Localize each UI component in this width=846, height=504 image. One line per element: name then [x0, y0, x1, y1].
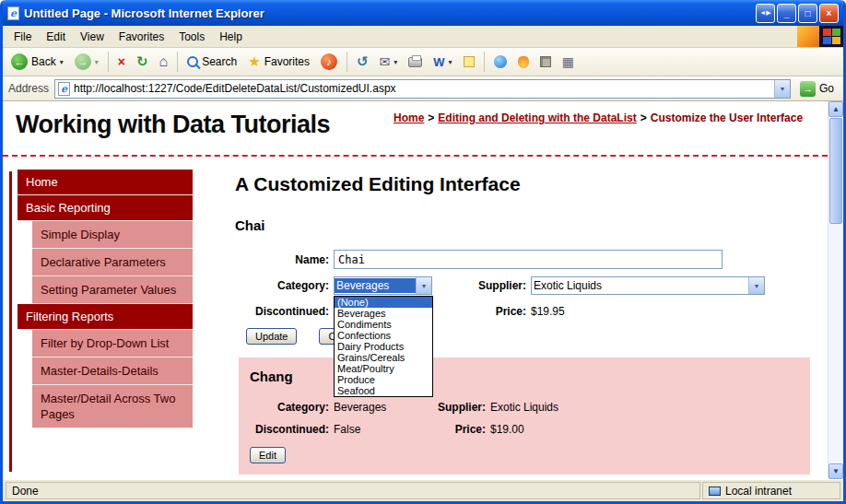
discontinued-label: Discontinued:	[239, 305, 329, 318]
price-value: $19.00	[490, 423, 810, 436]
category-dropdown-list: (None) Beverages Condiments Confections …	[334, 296, 433, 397]
chevron-down-icon[interactable]: ▼	[748, 277, 764, 294]
dropdown-option-dairy-products[interactable]: Dairy Products	[335, 341, 432, 352]
page-content: Working with Data Tutorials Home>Editing…	[3, 101, 828, 479]
breadcrumb-section-link[interactable]: Editing and Deleting with the DataList	[438, 111, 636, 124]
home-button[interactable]: ⌂	[154, 51, 172, 73]
sidebar-item-master-details-details[interactable]: Master-Details-Details	[32, 357, 193, 385]
sidebar-item-basic-reporting[interactable]: Basic Reporting	[18, 195, 193, 221]
discontinued-label: Discontinued:	[250, 423, 329, 436]
maximize-button[interactable]: □	[798, 4, 817, 23]
browser-window: e Untitled Page - Microsoft Internet Exp…	[0, 0, 846, 504]
edit-button[interactable]: Edit	[250, 447, 286, 463]
mail-button[interactable]: ✉ ▾	[375, 52, 403, 72]
messenger-button[interactable]	[489, 53, 511, 71]
sidebar-item-setting-parameter-values[interactable]: Setting Parameter Values	[32, 276, 193, 304]
status-text: Done	[12, 485, 39, 498]
breadcrumb-home-link[interactable]: Home	[394, 111, 424, 124]
supplier-select[interactable]: Exotic Liquids ▼	[531, 276, 765, 295]
menu-favorites[interactable]: Favorites	[112, 27, 171, 47]
supplier-selected-value: Exotic Liquids	[532, 278, 748, 293]
scroll-up-button[interactable]: ▲	[828, 101, 843, 117]
media-button[interactable]: ♪	[316, 51, 342, 73]
tiles-button[interactable]: ▦	[558, 52, 579, 72]
dropdown-option-beverages[interactable]: Beverages	[335, 308, 432, 319]
name-input[interactable]	[334, 250, 723, 269]
word-icon: W	[433, 55, 444, 69]
back-button[interactable]: ← Back ▾	[6, 51, 68, 73]
breadcrumb-separator: >	[428, 111, 434, 124]
discuss-icon	[464, 56, 475, 67]
toolbar-separator	[108, 52, 109, 72]
menu-file[interactable]: File	[6, 27, 39, 47]
forward-icon: →	[75, 53, 91, 70]
stop-button[interactable]: ×	[113, 52, 130, 72]
view-item-panel: Chang Category: Beverages Supplier: Exot…	[239, 357, 810, 475]
name-label: Name:	[239, 253, 329, 266]
category-selected-value: Beverages	[335, 278, 416, 293]
mail-dropdown-icon: ▾	[394, 58, 397, 66]
windows-logo-throbber	[819, 26, 843, 47]
discuss-button[interactable]	[459, 53, 479, 70]
history-icon: ↺	[357, 53, 369, 70]
history-button[interactable]: ↺	[352, 51, 373, 73]
sidebar-item-filtering-reports[interactable]: Filtering Reports	[18, 304, 193, 330]
refresh-button[interactable]: ↻	[132, 51, 153, 73]
go-label: Go	[819, 82, 834, 95]
vertical-scrollbar[interactable]: ▲ ▼	[828, 101, 843, 479]
sites-button[interactable]	[535, 53, 556, 70]
dropdown-option-confections[interactable]: Confections	[335, 330, 432, 341]
dropdown-option-condiments[interactable]: Condiments	[335, 319, 432, 330]
refresh-icon: ↻	[136, 53, 148, 70]
dropdown-option-produce[interactable]: Produce	[335, 374, 432, 385]
edit-item-title: Chai	[235, 217, 821, 233]
scrollbar-track[interactable]	[828, 225, 843, 463]
window-scroll-buttons[interactable]: ◄▶	[756, 4, 775, 23]
close-button[interactable]: ×	[819, 4, 839, 23]
price-label: Price:	[423, 423, 486, 436]
research-button[interactable]	[513, 53, 534, 71]
grid-icon: ▦	[562, 54, 574, 69]
menu-tools[interactable]: Tools	[171, 27, 212, 47]
sidebar-item-declarative-parameters[interactable]: Declarative Parameters	[32, 249, 193, 276]
scrollbar-thumb[interactable]	[829, 118, 842, 224]
edit-form-grid: Name: Category: Beverages ▼ Supplier: Ex…	[239, 250, 821, 321]
supplier-value: Exotic Liquids	[490, 401, 810, 414]
dropdown-option-none[interactable]: (None)	[335, 297, 432, 308]
gold-accent	[797, 26, 819, 47]
dropdown-option-meat-poultry[interactable]: Meat/Poultry	[335, 363, 432, 374]
back-icon: ←	[11, 53, 28, 70]
dropdown-option-grains-cereals[interactable]: Grains/Cereals	[335, 352, 432, 363]
sidebar-item-filter-by-dropdown-list[interactable]: Filter by Drop-Down List	[32, 330, 193, 357]
building-icon	[540, 56, 551, 67]
sidebar-item-simple-display[interactable]: Simple Display	[32, 221, 193, 249]
address-dropdown-button[interactable]: ▼	[774, 80, 790, 98]
address-input[interactable]	[74, 81, 770, 97]
view-buttons-row: Edit	[250, 447, 810, 463]
search-button[interactable]: Search	[182, 53, 241, 71]
chevron-down-icon[interactable]: ▼	[416, 277, 431, 294]
menu-edit[interactable]: Edit	[39, 27, 73, 47]
sidebar-item-home[interactable]: Home	[18, 170, 193, 195]
update-button[interactable]: Update	[246, 328, 297, 345]
scroll-down-button[interactable]: ▼	[828, 463, 843, 479]
title-bar[interactable]: e Untitled Page - Microsoft Internet Exp…	[3, 0, 843, 26]
back-dropdown-icon: ▾	[60, 58, 64, 66]
forward-dropdown-icon: ▾	[95, 58, 99, 66]
dropdown-option-seafood[interactable]: Seafood	[335, 385, 432, 396]
menu-view[interactable]: View	[73, 27, 112, 47]
menu-help[interactable]: Help	[212, 27, 250, 47]
go-button[interactable]: → Go	[796, 79, 838, 99]
sidebar-item-master-detail-across-two-pages[interactable]: Master/Detail Across Two Pages	[32, 385, 193, 428]
minimize-button[interactable]: _	[777, 4, 796, 23]
toolbar: ← Back ▾ → ▾ × ↻ ⌂ Search ★ Favorites ♪ …	[3, 48, 843, 76]
address-field: e ▼	[54, 79, 791, 99]
supplier-label: Supplier:	[423, 401, 486, 414]
favorites-button[interactable]: ★ Favorites	[243, 51, 314, 73]
edit-with-word-button[interactable]: W ▾	[429, 53, 456, 72]
print-button[interactable]	[404, 54, 427, 70]
edit-buttons-row: Update Cancel	[246, 328, 821, 345]
page-title: A Customized Editing Interface	[235, 173, 821, 195]
forward-button[interactable]: → ▾	[70, 51, 103, 73]
category-select[interactable]: Beverages ▼	[334, 276, 432, 295]
